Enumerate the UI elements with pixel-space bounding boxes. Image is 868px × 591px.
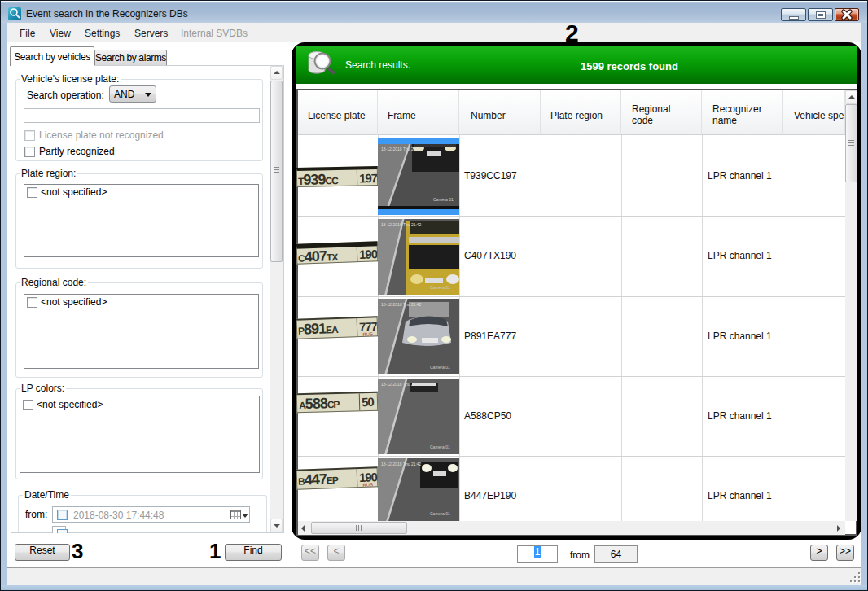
svg-text:Camera 01: Camera 01 <box>430 365 450 370</box>
svg-text:18-12-2018 Thu 21:42: 18-12-2018 Thu 21:42 <box>381 147 422 151</box>
svg-text:18-12-2018 Thu 21:42: 18-12-2018 Thu 21:42 <box>381 302 422 307</box>
svg-text:Camera 01: Camera 01 <box>430 511 450 516</box>
svg-text:Camera 01: Camera 01 <box>430 444 450 449</box>
svg-text:18-12-2018 Thu 21:42: 18-12-2018 Thu 21:42 <box>381 222 422 227</box>
svg-text:18-12-2018 Thu 21:42: 18-12-2018 Thu 21:42 <box>381 462 422 466</box>
svg-text:Camera 01: Camera 01 <box>433 197 454 202</box>
svg-text:18-12-2018 Thu 21:42: 18-12-2018 Thu 21:42 <box>381 382 422 387</box>
svg-text:Camera 01: Camera 01 <box>430 285 450 290</box>
